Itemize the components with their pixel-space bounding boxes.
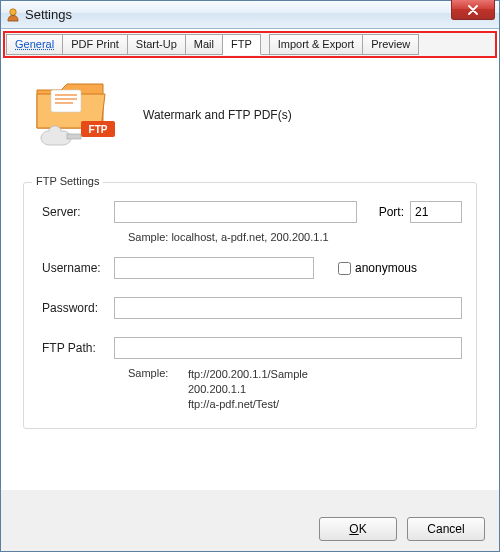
button-bar: OK Cancel bbox=[319, 517, 485, 541]
hero-text: Watermark and FTP PDF(s) bbox=[143, 108, 292, 122]
hero: FTP Watermark and FTP PDF(s) bbox=[23, 76, 477, 154]
anonymous-label: anonymous bbox=[355, 261, 417, 275]
svg-point-0 bbox=[10, 8, 16, 14]
password-input[interactable] bbox=[114, 297, 462, 319]
server-sample: Sample: localhost, a-pdf.net, 200.200.1.… bbox=[128, 231, 462, 243]
cancel-button[interactable]: Cancel bbox=[407, 517, 485, 541]
close-button[interactable] bbox=[451, 0, 495, 20]
settings-window: Settings General PDF Print Start-Up Mail… bbox=[0, 0, 500, 552]
tab-general[interactable]: General bbox=[6, 34, 63, 55]
app-icon bbox=[5, 7, 21, 23]
tab-gap bbox=[261, 34, 269, 55]
tab-start-up[interactable]: Start-Up bbox=[128, 34, 186, 55]
tab-pdf-print[interactable]: PDF Print bbox=[63, 34, 128, 55]
tab-body: FTP Watermark and FTP PDF(s) FTP Setting… bbox=[3, 58, 497, 488]
svg-rect-1 bbox=[51, 90, 81, 112]
server-input[interactable] bbox=[114, 201, 357, 223]
tab-ftp[interactable]: FTP bbox=[223, 34, 261, 55]
server-label: Server: bbox=[38, 205, 108, 219]
password-label: Password: bbox=[38, 301, 108, 315]
anonymous-checkbox[interactable] bbox=[338, 262, 351, 275]
svg-rect-7 bbox=[67, 134, 81, 139]
anonymous-checkbox-wrap[interactable]: anonymous bbox=[338, 261, 417, 275]
username-input[interactable] bbox=[114, 257, 314, 279]
window-title: Settings bbox=[25, 7, 72, 22]
ftp-folder-icon: FTP bbox=[31, 76, 121, 154]
port-label: Port: bbox=[379, 205, 404, 219]
ftppath-sample-label: Sample: bbox=[128, 367, 174, 412]
ftp-legend: FTP Settings bbox=[32, 175, 103, 187]
tab-import-export[interactable]: Import & Export bbox=[269, 34, 363, 55]
ftppath-sample: Sample: ftp://200.200.1.1/Sample 200.200… bbox=[128, 367, 462, 412]
ftppath-label: FTP Path: bbox=[38, 341, 108, 355]
ftppath-sample-text: ftp://200.200.1.1/Sample 200.200.1.1 ftp… bbox=[188, 367, 308, 412]
tab-strip: General PDF Print Start-Up Mail FTP Impo… bbox=[3, 31, 497, 58]
titlebar: Settings bbox=[1, 1, 499, 29]
client-area: General PDF Print Start-Up Mail FTP Impo… bbox=[1, 29, 499, 490]
ok-button[interactable]: OK bbox=[319, 517, 397, 541]
ftp-settings-group: FTP Settings Server: Port: Sample: local… bbox=[23, 182, 477, 429]
port-input[interactable] bbox=[410, 201, 462, 223]
tab-mail[interactable]: Mail bbox=[186, 34, 223, 55]
svg-text:FTP: FTP bbox=[89, 124, 108, 135]
tab-preview[interactable]: Preview bbox=[363, 34, 419, 55]
username-label: Username: bbox=[38, 261, 108, 275]
ftppath-input[interactable] bbox=[114, 337, 462, 359]
